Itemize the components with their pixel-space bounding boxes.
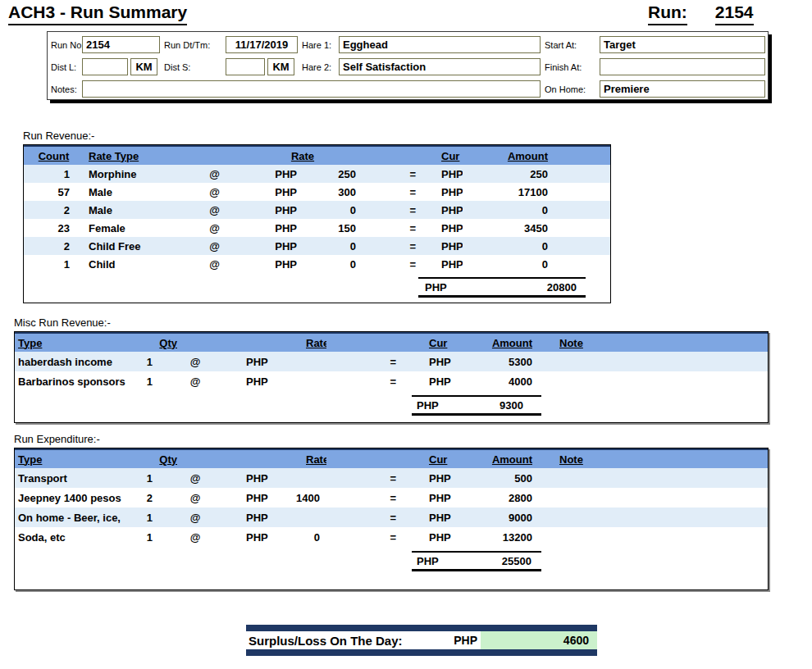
rate-currency-cell: PHP <box>229 186 311 198</box>
amount-cell: 250 <box>463 168 553 180</box>
expenditure-section: Run Expenditure:- Type Qty Rate Cur Amou… <box>14 433 769 590</box>
hare1-field[interactable]: Egghead <box>339 36 541 53</box>
rate-cell: 0 <box>311 258 356 271</box>
dist-s-label: Dist S: <box>160 62 226 72</box>
amount-header: Amount <box>462 453 540 466</box>
qty-header: Qty <box>134 337 179 349</box>
run-summary-report: ACH3 - Run Summary Run:2154 Run No: 2154… <box>0 0 812 669</box>
hare1-label: Hare 1: <box>298 40 339 50</box>
amount-cell: 0 <box>463 258 553 271</box>
qty-cell: 2 <box>134 492 179 504</box>
misc-revenue-total-row: PHP 9300 <box>15 395 768 416</box>
surplus-bottom-bar <box>246 649 597 656</box>
count-cell: 1 <box>24 258 77 271</box>
rate-header: Rate <box>229 150 356 162</box>
rate-currency-cell: PHP <box>229 168 311 180</box>
notes-label: Notes: <box>49 84 82 94</box>
count-cell: 1 <box>24 168 77 180</box>
type-header: Type <box>15 453 134 466</box>
dist-s-unit: KM <box>267 58 294 75</box>
expenditure-total-row: PHP 25500 <box>15 551 768 571</box>
rate-currency-cell: PHP <box>212 492 285 504</box>
at-symbol: @ <box>200 168 229 180</box>
equals-symbol: = <box>326 492 404 504</box>
currency-cell: PHP <box>404 492 462 504</box>
run-revenue-section-label: Run Revenue:- <box>23 130 611 142</box>
qty-cell: 1 <box>134 531 179 544</box>
type-cell: Jeepney 1400 pesos <box>15 492 134 504</box>
run-label: Run: <box>648 2 687 25</box>
start-at-field[interactable]: Target <box>600 36 765 53</box>
finish-at-field[interactable] <box>600 58 765 75</box>
type-cell: Male <box>77 186 200 198</box>
dist-l-field[interactable] <box>82 58 128 75</box>
notes-field[interactable] <box>82 80 541 98</box>
at-symbol: @ <box>179 375 212 388</box>
dist-s-field[interactable] <box>226 58 265 75</box>
run-no-field[interactable]: 2154 <box>82 36 160 53</box>
hare2-field[interactable]: Self Satisfaction <box>339 58 541 75</box>
rate-currency-cell: PHP <box>212 512 285 524</box>
equals-symbol: = <box>326 531 404 544</box>
rate-currency-cell: PHP <box>212 356 285 368</box>
total-amount: 20800 <box>547 281 586 294</box>
table-row: 2 Child Free @ PHP 0 = PHP 0 <box>24 237 610 255</box>
at-symbol: @ <box>200 240 229 253</box>
on-home-field[interactable]: Premiere <box>600 80 765 98</box>
rate-currency-cell: PHP <box>212 472 285 485</box>
count-cell: 2 <box>24 204 77 216</box>
rate-type-header: Rate Type <box>77 150 200 162</box>
run-revenue-table: Count Rate Type Rate Cur Amount 1 Morphi… <box>23 144 611 303</box>
run-reference: Run:2154 <box>648 2 754 25</box>
expenditure-header-row: Type Qty Rate Cur Amount Note <box>15 448 768 468</box>
table-row: Jeepney 1400 pesos 2 @ PHP 1400 = PHP 28… <box>15 488 768 507</box>
surplus-amount: 4600 <box>481 631 597 649</box>
type-cell: Transport <box>15 472 134 485</box>
type-cell: haberdash income <box>15 356 134 368</box>
table-row: 1 Child @ PHP 0 = PHP 0 <box>24 255 610 273</box>
run-dttm-field[interactable]: 11/17/2019 <box>226 36 298 53</box>
on-home-label: On Home: <box>541 84 600 94</box>
equals-symbol: = <box>356 204 422 216</box>
equals-symbol: = <box>326 512 404 524</box>
dist-l-group: KM <box>82 58 160 75</box>
count-cell: 57 <box>24 186 77 198</box>
amount-cell: 2800 <box>462 492 540 504</box>
qty-cell: 1 <box>134 356 179 368</box>
at-symbol: @ <box>179 356 212 368</box>
dist-l-unit: KM <box>130 58 157 75</box>
currency-cell: PHP <box>422 258 463 271</box>
count-cell: 2 <box>24 240 77 253</box>
rate-currency-cell: PHP <box>212 375 285 388</box>
misc-revenue-table: Type Qty Rate Cur Amount Note haberdash … <box>14 331 769 423</box>
rate-currency-cell: PHP <box>212 531 285 544</box>
at-symbol: @ <box>200 204 229 216</box>
amount-cell: 3450 <box>463 222 553 234</box>
amount-cell: 5300 <box>462 356 540 368</box>
currency-cell: PHP <box>404 356 462 368</box>
table-row: Transport 1 @ PHP = PHP 500 <box>15 468 768 488</box>
count-header: Count <box>24 150 77 162</box>
type-cell: Morphine <box>77 168 200 180</box>
finish-at-label: Finish At: <box>541 62 600 72</box>
at-symbol: @ <box>179 472 212 485</box>
table-row: On home - Beer, ice, 1 @ PHP = PHP 9000 <box>15 507 768 527</box>
rate-header: Rate <box>212 337 326 349</box>
surplus-row: Surplus/Loss On The Day: PHP 4600 <box>246 631 597 649</box>
expenditure-table: Type Qty Rate Cur Amount Note Transport … <box>14 448 769 590</box>
equals-symbol: = <box>356 186 422 198</box>
rate-cell: 150 <box>311 222 356 234</box>
cur-header: Cur <box>404 337 462 349</box>
total-amount: 25500 <box>502 555 541 567</box>
amount-cell: 500 <box>462 472 540 485</box>
hare2-label: Hare 2: <box>298 62 339 72</box>
rate-currency-cell: PHP <box>229 204 311 216</box>
rate-currency-cell: PHP <box>229 222 311 234</box>
equals-symbol: = <box>326 375 404 388</box>
run-revenue-total-row: PHP 20800 <box>24 277 610 298</box>
equals-symbol: = <box>356 168 422 180</box>
type-cell: On home - Beer, ice, <box>15 512 134 524</box>
currency-cell: PHP <box>422 222 463 234</box>
total-currency: PHP <box>418 281 447 294</box>
cur-header: Cur <box>404 453 462 466</box>
